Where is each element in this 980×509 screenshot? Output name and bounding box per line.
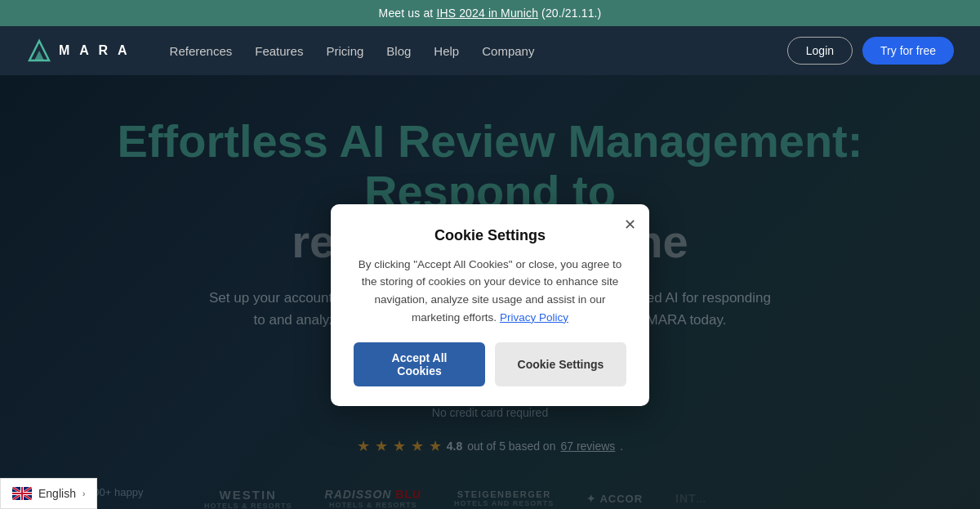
flag-icon	[12, 487, 32, 500]
modal-overlay: ✕ Cookie Settings By clicking "Accept Al…	[0, 75, 980, 509]
accept-cookies-button[interactable]: Accept All Cookies	[354, 342, 485, 386]
cookie-body: By clicking "Accept All Cookies" or clos…	[354, 256, 626, 326]
nav-pricing[interactable]: Pricing	[326, 44, 363, 58]
cookie-modal: ✕ Cookie Settings By clicking "Accept Al…	[331, 204, 649, 406]
banner-text: Meet us at	[379, 7, 437, 20]
banner-suffix: (20./21.11.)	[538, 7, 601, 20]
navbar: M A R A References Features Pricing Blog…	[0, 26, 980, 75]
hero-section: Effortless AI Review Management: Respond…	[0, 75, 980, 509]
privacy-policy-link[interactable]: Privacy Policy	[500, 311, 568, 324]
login-button[interactable]: Login	[787, 37, 853, 65]
banner-link[interactable]: IHS 2024 in Munich	[436, 7, 538, 20]
logo[interactable]: M A R A	[26, 38, 131, 64]
try-for-free-button[interactable]: Try for free	[862, 37, 954, 65]
cookie-close-button[interactable]: ✕	[624, 216, 636, 234]
svg-marker-1	[34, 51, 44, 60]
nav-references[interactable]: References	[170, 44, 233, 58]
svg-rect-10	[12, 493, 32, 494]
nav-actions: Login Try for free	[787, 37, 954, 65]
cookie-settings-button[interactable]: Cookie Settings	[495, 342, 626, 386]
cookie-body-text: By clicking "Accept All Cookies" or clos…	[359, 258, 621, 324]
nav-help[interactable]: Help	[434, 44, 459, 58]
nav-blog[interactable]: Blog	[386, 44, 411, 58]
language-switcher[interactable]: English ›	[0, 478, 97, 509]
chevron-icon: ›	[82, 489, 85, 498]
logo-wordmark: M A R A	[59, 43, 131, 58]
nav-links: References Features Pricing Blog Help Co…	[170, 44, 761, 58]
top-banner: Meet us at IHS 2024 in Munich (20./21.11…	[0, 0, 980, 26]
logo-icon	[26, 38, 52, 64]
cookie-buttons: Accept All Cookies Cookie Settings	[354, 342, 626, 386]
nav-company[interactable]: Company	[482, 44, 534, 58]
cookie-title: Cookie Settings	[354, 227, 626, 244]
nav-features[interactable]: Features	[255, 44, 303, 58]
language-label: English	[38, 487, 76, 500]
